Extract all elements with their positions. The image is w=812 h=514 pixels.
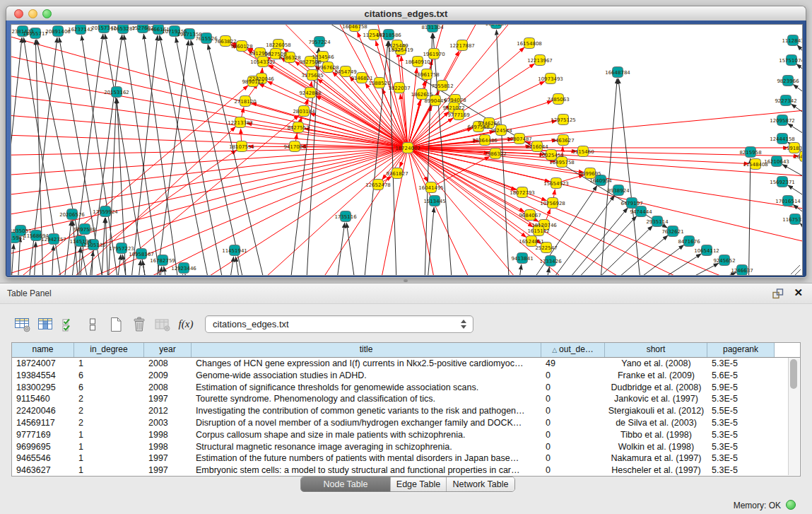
graph-node-label: 3624544 — [490, 128, 512, 134]
cell-name: 9777169 — [12, 429, 74, 441]
cell-short: Wolkin et al. (1998) — [605, 441, 707, 453]
trash-button[interactable] — [131, 316, 148, 333]
graph-node-label: 9417006 — [283, 144, 306, 150]
cell-pagerank: 5.3E-5 — [707, 429, 775, 441]
cell-short: Nakamura et al. (1997) — [605, 452, 707, 465]
graph-node-label: 2803144 — [293, 109, 315, 115]
table-row[interactable]: 1872400712008Changes of HCN gene express… — [12, 358, 789, 370]
new-table-button[interactable] — [107, 316, 124, 333]
cell-pagerank: 5.3E-5 — [707, 358, 775, 370]
cell-name: 18724007 — [12, 358, 74, 370]
graph-node-label: 1862615 — [411, 92, 433, 98]
graph-node-label: 8427552 — [287, 125, 309, 131]
column-header-year[interactable]: year — [144, 343, 192, 357]
network-window: citations_edges.txt 18724007766382298601… — [6, 6, 806, 278]
graph-node-label: 9621072 — [442, 105, 464, 111]
cell-short: de Silva et al. (2003) — [605, 417, 707, 429]
table-row[interactable]: 1456911722003Disruption of a novel membe… — [12, 417, 789, 429]
cell-short: Yano et al. (2008) — [605, 358, 707, 370]
graph-node-label: 2935114 — [646, 219, 669, 225]
table-row[interactable]: 946362711997Embryonic stem cells: a mode… — [12, 465, 789, 476]
graph-node-label: 3175685 — [301, 73, 323, 78]
cell-name: 9465546 — [12, 452, 74, 465]
cell-short: Dudbridge et al. (2008) — [605, 382, 707, 394]
cell-name: 14569117 — [12, 417, 74, 429]
graph-node-label: 8454749 — [334, 69, 356, 75]
column-header-name[interactable]: name — [12, 343, 74, 357]
delete-table-button[interactable] — [154, 316, 171, 333]
graph-node-label: 16495758 — [549, 160, 575, 165]
graph-node-label: 7632621 — [661, 229, 683, 235]
graph-node-label: 1125449 — [386, 43, 408, 49]
graph-node-label: 1588520 — [368, 81, 390, 86]
graph-node-label: 9413841 — [511, 256, 533, 262]
cell-year: 1997 — [144, 393, 192, 405]
cell-in_degree: 1 — [74, 465, 144, 476]
graph-node-label: 7955812 — [431, 83, 453, 89]
table-row[interactable]: 911546021997Tourette syndrome. Phenomeno… — [12, 393, 789, 405]
table-row[interactable]: 946554611997Estimation of the future num… — [12, 452, 789, 465]
graph-node-label: 11451941 — [222, 248, 247, 254]
column-header-short[interactable]: short — [605, 343, 707, 357]
function-icon: f(x) — [179, 318, 194, 330]
graph-node-label: 10973493 — [538, 76, 563, 82]
graph-node-label: 16154808 — [517, 41, 542, 47]
graph-node-label: 9115460 — [572, 149, 594, 155]
network-canvas[interactable]: 1872400776638229860128891295418226058982… — [11, 24, 803, 276]
citation-graph[interactable]: 1872400776638229860128891295418226058982… — [11, 25, 802, 275]
cell-out_degree: 0 — [541, 441, 605, 453]
table-select-dropdown[interactable]: citations_edges.txt — [205, 315, 473, 333]
table-row[interactable]: 2242004622012Investigating the contribut… — [12, 405, 789, 417]
table-row[interactable]: 1938455462009Genome-wide association stu… — [12, 370, 789, 382]
cell-in_degree: 6 — [74, 370, 144, 382]
memory-status-label: Memory: OK — [734, 501, 781, 510]
tab-network-table[interactable]: Network Table — [446, 477, 514, 491]
float-window-icon[interactable] — [772, 288, 784, 299]
function-button[interactable]: f(x) — [177, 316, 194, 333]
tab-node-table[interactable]: Node Table — [301, 477, 390, 491]
row-height-button[interactable] — [84, 316, 101, 333]
graph-node-label: 9890112 — [242, 79, 264, 85]
cell-pagerank: 5.5E-5 — [707, 405, 775, 417]
graph-node-label: 10756928 — [540, 201, 565, 206]
column-header-in_degree[interactable]: in_degree — [74, 343, 144, 357]
cell-name: 9115460 — [12, 393, 74, 405]
table-panel: Table Panel ✕ — [0, 283, 812, 514]
show-columns-button[interactable] — [37, 316, 54, 333]
table-row[interactable]: 969969511998Structural magnetic resonanc… — [12, 441, 789, 453]
graph-node-label: 10654112 — [694, 248, 719, 254]
cell-year: 1997 — [144, 452, 192, 465]
column-header-out_degree[interactable]: △out_de… — [541, 343, 605, 357]
cell-year: 1997 — [144, 465, 192, 476]
sort-ascending-icon: △ — [552, 346, 557, 354]
graph-node-label: 12505135 — [81, 243, 106, 248]
window-titlebar[interactable]: citations_edges.txt — [6, 6, 806, 22]
cell-title: Changes of HCN gene expression and I(f) … — [192, 358, 541, 370]
splitter-handle[interactable] — [404, 279, 408, 282]
column-header-title[interactable]: title — [192, 343, 541, 357]
column-header-pagerank[interactable]: pagerank — [707, 343, 775, 357]
cell-out_degree: 0 — [541, 429, 605, 441]
vertical-scrollbar[interactable] — [788, 358, 799, 475]
graph-node-label: 12213967 — [527, 58, 553, 64]
graph-node-label: 12923446 — [171, 266, 196, 271]
graph-node-label: 3822037 — [388, 86, 410, 91]
graph-node-label: 20153162 — [104, 90, 129, 95]
cell-short: Franke et al. (2009) — [605, 370, 707, 382]
graph-node-label: 9474444 — [630, 209, 652, 215]
table-row[interactable]: 977716911998Corpus callosum shape and si… — [12, 429, 789, 441]
close-panel-icon[interactable]: ✕ — [794, 286, 803, 299]
table-mode-button[interactable] — [14, 316, 31, 333]
graph-node-label: 17016514 — [775, 199, 801, 204]
graph-node-label: 12975125 — [551, 117, 576, 123]
cell-name: 18300295 — [12, 382, 74, 394]
cell-name: 19384554 — [12, 370, 74, 382]
tab-edge-table[interactable]: Edge Table — [390, 477, 446, 491]
scrollbar-thumb[interactable] — [790, 359, 797, 389]
graph-node-label: 18072793 — [510, 190, 535, 196]
select-rows-button[interactable] — [61, 316, 78, 333]
cell-title: Estimation of significance thresholds fo… — [192, 382, 541, 394]
table-row[interactable]: 1830029562008Estimation of significance … — [12, 382, 789, 394]
graph-node-label: 16648784 — [605, 70, 630, 76]
graph-node-label: 1834546 — [312, 54, 334, 60]
